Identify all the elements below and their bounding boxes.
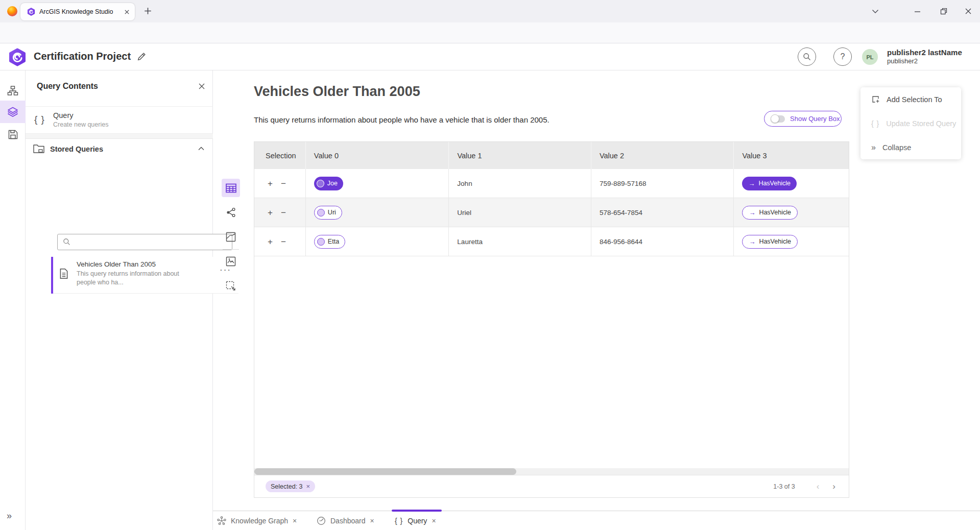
select-tool-button[interactable]	[222, 277, 240, 295]
add-selection-to-icon	[871, 95, 880, 104]
browser-titlebar: ArcGIS Knowledge Studio	[0, 0, 980, 22]
selected-count-label: Selected: 3	[271, 483, 303, 490]
table-header-row: Selection Value 0 Value 1 Value 2 Value …	[254, 142, 849, 169]
entity-dot-icon	[317, 238, 325, 246]
relationship-pill[interactable]: →HasVehicle	[742, 235, 798, 249]
help-button[interactable]: ?	[833, 47, 852, 66]
left-rail: »	[0, 70, 26, 530]
braces-icon: { }	[395, 517, 403, 525]
menu-item-collapse[interactable]: » Collapse	[861, 135, 961, 159]
screen: ArcGIS Knowledge Studio	[0, 0, 980, 530]
new-tab-button[interactable]	[144, 7, 152, 15]
scrollbar-thumb[interactable]	[254, 468, 516, 475]
double-chevron-icon: »	[871, 143, 876, 152]
user-info[interactable]: publisher2 lastName publisher2	[887, 48, 962, 65]
tab-title: ArcGIS Knowledge Studio	[39, 8, 120, 15]
app-logo-icon	[8, 48, 27, 66]
folder-icon	[33, 143, 45, 154]
query-item[interactable]: { } Query Create new queries	[26, 106, 213, 134]
search-button[interactable]	[798, 47, 816, 66]
dashboard-gauge-icon	[317, 516, 326, 525]
firefox-icon	[6, 5, 18, 17]
show-query-box-toggle[interactable]	[771, 114, 785, 123]
panel-close-icon[interactable]	[198, 83, 205, 90]
remove-selection-button[interactable]: −	[281, 179, 286, 188]
tab-query[interactable]: { } Query ×	[395, 511, 436, 530]
relationship-pill[interactable]: →HasVehicle	[742, 206, 798, 220]
tab-close-icon[interactable]	[124, 9, 130, 15]
add-to-map-button[interactable]	[222, 252, 240, 271]
page-title: Vehicles Older Than 2005	[254, 84, 420, 100]
entity-pill[interactable]: Uri	[314, 206, 342, 220]
query-contents-panel: Query Contents { } Query Create new quer…	[26, 70, 213, 530]
sidebar-item-contents[interactable]	[0, 101, 26, 123]
bottom-tab-bar: Knowledge Graph × Dashboard × { } Query …	[213, 511, 980, 530]
column-header-value1[interactable]: Value 1	[448, 142, 591, 169]
avatar[interactable]: PL	[862, 49, 878, 65]
sidebar-item-save[interactable]	[0, 123, 26, 146]
braces-icon: { }	[34, 114, 45, 125]
edit-pencil-icon[interactable]	[137, 52, 146, 61]
stored-query-description: This query returns information about peo…	[77, 270, 198, 286]
stored-query-item[interactable]: Vehicles Older Than 2005 This query retu…	[51, 257, 238, 294]
question-icon: ?	[841, 52, 845, 61]
table-view-button[interactable]	[222, 179, 240, 197]
project-title: Certification Project	[34, 51, 131, 62]
menu-item-add-selection-to[interactable]: Add Selection To	[861, 87, 961, 111]
sidebar-item-data-model[interactable]	[0, 80, 26, 102]
stored-queries-header[interactable]: Stored Queries	[26, 139, 213, 159]
add-selection-button[interactable]: +	[268, 208, 273, 217]
next-page-button[interactable]: ›	[832, 482, 835, 491]
column-header-value0[interactable]: Value 0	[305, 142, 449, 169]
strip-divider	[223, 249, 239, 250]
selected-count-chip[interactable]: Selected: 3 ×	[266, 480, 315, 492]
table-row[interactable]: + − Etta Lauretta 846-956-8644 →HasVehic…	[254, 227, 849, 256]
arrow-right-icon: →	[748, 180, 755, 187]
table-row[interactable]: + − Uri Uriel 578-654-7854 →HasVehicle	[254, 198, 849, 227]
entity-pill[interactable]: Etta	[314, 235, 345, 249]
clear-selection-icon[interactable]: ×	[306, 483, 310, 490]
search-icon	[63, 238, 70, 246]
remove-selection-button[interactable]: −	[281, 237, 286, 246]
tab-close-icon[interactable]: ×	[293, 517, 297, 525]
tab-list-chevron-icon[interactable]	[867, 5, 883, 17]
query-item-title: Query	[53, 111, 74, 119]
column-header-value3[interactable]: Value 3	[733, 142, 849, 169]
entity-pill[interactable]: Joe	[314, 177, 343, 190]
cell-value: 846-956-8644	[600, 238, 642, 246]
table-row[interactable]: + − Joe John 759-889-57168 →HasVehicle	[254, 169, 849, 198]
stored-queries-search-input[interactable]	[57, 234, 232, 250]
show-query-box-button[interactable]: Show Query Box	[764, 111, 842, 127]
link-chart-view-button[interactable]	[222, 203, 240, 222]
stored-query-doc-icon	[59, 268, 69, 279]
cell-value: 578-654-7854	[600, 209, 642, 216]
user-role: publisher2	[887, 57, 962, 65]
horizontal-scrollbar[interactable]	[254, 468, 849, 475]
tab-dashboard[interactable]: Dashboard ×	[317, 511, 374, 530]
expand-rail-button[interactable]: »	[7, 511, 12, 521]
browser-tab[interactable]: ArcGIS Knowledge Studio	[20, 3, 135, 20]
browser-toolbar: https://dev0028833.esri.com/portal/apps/…	[0, 22, 980, 43]
arrow-right-icon: →	[749, 238, 755, 246]
stored-query-title: Vehicles Older Than 2005	[77, 260, 156, 268]
panel-title: Query Contents	[37, 82, 98, 91]
relationship-pill[interactable]: →HasVehicle	[742, 177, 797, 190]
tab-close-icon[interactable]: ×	[370, 517, 374, 525]
previous-page-button[interactable]: ‹	[817, 482, 820, 491]
add-selection-button[interactable]: +	[268, 237, 273, 246]
window-restore-button[interactable]	[936, 5, 952, 17]
page-description: This query returns information about peo…	[254, 115, 549, 124]
entity-dot-icon	[317, 209, 325, 216]
window-close-button[interactable]	[960, 5, 976, 17]
tab-knowledge-graph[interactable]: Knowledge Graph ×	[217, 511, 297, 530]
map-view-button[interactable]	[222, 228, 240, 246]
remove-selection-button[interactable]: −	[281, 208, 286, 217]
column-header-selection[interactable]: Selection	[254, 142, 305, 169]
column-header-value2[interactable]: Value 2	[591, 142, 734, 169]
window-minimize-button[interactable]	[909, 5, 925, 17]
chevron-up-icon[interactable]	[198, 147, 204, 151]
add-selection-button[interactable]: +	[268, 179, 273, 188]
tab-close-icon[interactable]: ×	[432, 517, 436, 525]
menu-item-update-stored-query: { } Update Stored Query	[861, 111, 961, 135]
cell-value: Uriel	[457, 209, 471, 216]
